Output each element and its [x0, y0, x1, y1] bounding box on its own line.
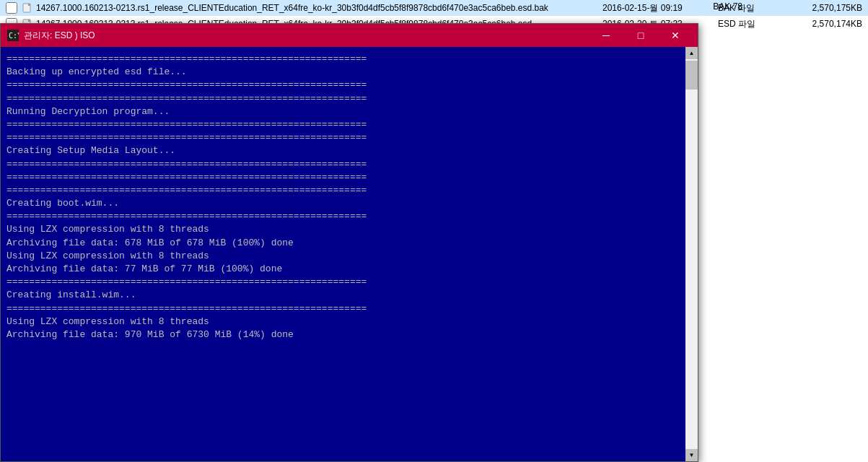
terminal-line: ========================================… — [6, 171, 680, 184]
terminal-line: ========================================… — [6, 302, 680, 315]
terminal-window: C:\ 관리자: ESD ) ISO ─ □ ✕ ===============… — [0, 23, 698, 462]
terminal-icon: C:\ — [6, 29, 19, 42]
terminal-line: Archiving file data: 678 MiB of 678 MiB … — [6, 237, 680, 250]
terminal-line: ========================================… — [6, 276, 680, 289]
terminal-line: ========================================… — [6, 92, 680, 105]
terminal-line: Running Decryption program... — [6, 105, 680, 118]
terminal-line: ========================================… — [6, 158, 680, 171]
svg-rect-3 — [28, 19, 30, 22]
scrollbar-track[interactable] — [685, 59, 698, 449]
file-date: 2016-02-15-월 09:19 — [602, 2, 718, 14]
terminal-content: ========================================… — [1, 47, 685, 461]
scroll-up-arrow[interactable]: ▲ — [685, 47, 698, 59]
maximize-button[interactable]: □ — [624, 24, 657, 47]
close-button[interactable]: ✕ — [659, 24, 692, 47]
minimize-button[interactable]: ─ — [589, 24, 623, 47]
scrollbar-thumb[interactable] — [685, 61, 698, 90]
file-explorer: 14267.1000.160213-0213.rs1_release_CLIEN… — [0, 0, 868, 462]
bak-label: BAK 78 — [710, 0, 745, 13]
terminal-line: ========================================… — [6, 118, 680, 131]
terminal-line: Backing up encrypted esd file... — [6, 66, 680, 79]
terminal-line: ========================================… — [6, 131, 680, 144]
terminal-line: Creating install.wim... — [6, 289, 680, 302]
terminal-line: Using LZX compression with 8 threads — [6, 315, 680, 328]
file-icon — [22, 2, 33, 14]
terminal-scrollbar[interactable]: ▲ ▼ — [685, 47, 698, 461]
terminal-line: ========================================… — [6, 53, 680, 66]
file-checkbox[interactable] — [6, 2, 17, 14]
svg-text:C:\: C:\ — [9, 32, 19, 40]
terminal-line: ========================================… — [6, 79, 680, 92]
file-size: 2,570,174KB — [790, 19, 862, 29]
terminal-controls: ─ □ ✕ — [589, 24, 692, 47]
terminal-line: Using LZX compression with 8 threads — [6, 250, 680, 263]
terminal-line: Using LZX compression with 8 threads — [6, 223, 680, 236]
terminal-title: 관리자: ESD ) ISO — [24, 30, 589, 42]
terminal-line: Archiving file data: 970 MiB of 6730 MiB… — [6, 328, 680, 341]
terminal-body: ========================================… — [1, 47, 698, 461]
file-name: 14267.1000.160213-0213.rs1_release_CLIEN… — [36, 3, 602, 13]
terminal-line: Creating boot.wim... — [6, 197, 680, 210]
terminal-line: Archiving file data: 77 MiB of 77 MiB (1… — [6, 263, 680, 276]
scroll-down-arrow[interactable]: ▼ — [685, 449, 698, 461]
terminal-titlebar: C:\ 관리자: ESD ) ISO ─ □ ✕ — [1, 24, 698, 47]
svg-rect-1 — [28, 4, 30, 6]
terminal-line: ========================================… — [6, 184, 680, 197]
terminal-line: Creating Setup Media Layout... — [6, 144, 680, 157]
file-type: ESD 파일 — [718, 18, 790, 30]
file-size: 2,570,175KB — [790, 3, 862, 13]
terminal-line: ========================================… — [6, 210, 680, 223]
